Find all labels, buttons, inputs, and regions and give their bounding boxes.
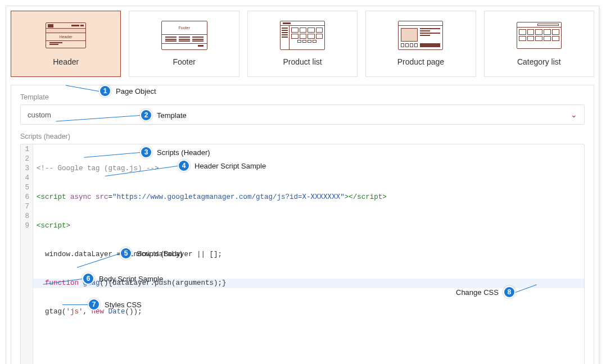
tab-footer[interactable]: Footer Footer	[129, 11, 239, 77]
tab-label: Category list	[517, 57, 561, 66]
page-object-tabs: Header Header Footer Footer	[11, 11, 594, 77]
tab-product-list[interactable]: Product list	[247, 11, 358, 77]
layout-editor-panel: Header Header Footer Footer	[6, 6, 599, 364]
line-gutter: 1 2 3 4 5 6 7 8 9	[21, 144, 33, 364]
template-label: Template	[20, 93, 585, 101]
tab-category-list[interactable]: Category list	[484, 11, 594, 77]
tab-label: Product page	[397, 57, 444, 66]
header-layout-icon: Header	[42, 19, 89, 52]
tab-label: Header	[53, 57, 79, 66]
scripts-header-editor[interactable]: 1 2 3 4 5 6 7 8 9 <!-- Google tag (gtag.…	[20, 144, 585, 364]
scripts-header-label: Scripts (header)	[20, 133, 585, 140]
footer-layout-icon: Footer	[161, 19, 208, 52]
chevron-down-icon: ⌄	[571, 110, 577, 119]
template-value: custom	[28, 111, 51, 119]
product-list-layout-icon	[279, 19, 326, 52]
tab-product-page[interactable]: Product page	[365, 11, 476, 77]
category-list-layout-icon	[515, 19, 563, 52]
tab-label: Product list	[283, 57, 322, 66]
editor-content: Template custom ⌄ Scripts (header) 1 2 3…	[11, 85, 594, 364]
tab-header[interactable]: Header Header	[11, 11, 121, 77]
code-content[interactable]: <!-- Google tag (gtag.js) --> <script as…	[33, 144, 584, 364]
template-select[interactable]: custom ⌄	[20, 104, 585, 125]
tab-label: Footer	[173, 57, 195, 66]
product-page-layout-icon	[397, 19, 444, 52]
